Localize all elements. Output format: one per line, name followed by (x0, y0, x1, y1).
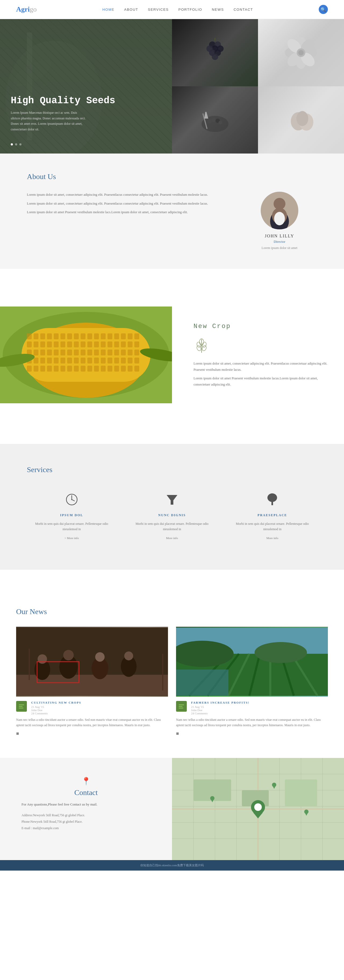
svg-rect-50 (67, 333, 72, 339)
crop-title: New Crop (193, 323, 328, 330)
svg-rect-93 (128, 350, 133, 355)
svg-rect-175 (179, 705, 184, 705)
corn-svg (0, 307, 172, 403)
crop-image (0, 307, 172, 403)
share-icon[interactable]: ■ (16, 731, 19, 736)
svg-rect-87 (87, 350, 92, 355)
hero-dot-1[interactable] (11, 143, 13, 145)
service-link-1[interactable]: > More info (65, 536, 79, 539)
share-icon-2[interactable]: ■ (176, 731, 179, 736)
svg-rect-45 (33, 333, 38, 339)
svg-rect-84 (67, 350, 72, 355)
svg-rect-77 (135, 342, 139, 347)
about-text: Lorem ipsum dolor sit amet, consectetuer… (27, 192, 226, 218)
svg-rect-68 (74, 342, 79, 347)
nav-home[interactable]: HOME (102, 8, 114, 11)
hero-cell-flower (258, 19, 344, 86)
svg-rect-61 (27, 342, 32, 347)
nav-about[interactable]: ABOUT (124, 8, 138, 11)
news-card-1: CULTIVATING NEW CROPS 21 Aug '15 John Do… (16, 627, 168, 737)
svg-rect-91 (114, 350, 119, 355)
svg-rect-98 (47, 358, 52, 363)
services-section: Services IPSUM DOL Morbi in sem quis dui… (0, 444, 344, 570)
hero-description: Lorem Ipsum Maecenas thistique orci ac s… (11, 110, 86, 132)
svg-rect-96 (33, 358, 38, 363)
svg-rect-123 (101, 366, 106, 372)
profile-description: Lorem ipsum dolor sit amet (262, 246, 297, 250)
svg-point-142 (267, 493, 277, 502)
svg-rect-99 (54, 358, 59, 363)
eggs-icon (285, 104, 317, 136)
contact-phone: Phone:Newyork 5till Road,756 gt globel P… (22, 818, 151, 825)
logo-accent: go (30, 5, 37, 13)
news-date-1: 21 Aug '15 (31, 705, 81, 708)
svg-rect-195 (285, 780, 317, 806)
flower-icon (285, 37, 317, 69)
svg-rect-89 (101, 350, 106, 355)
svg-point-38 (274, 212, 285, 225)
food-icon (196, 104, 234, 136)
service-link-3[interactable]: More info (266, 536, 278, 539)
news-body-1: Nam nec tellus a odio tincidunt auctor a… (16, 717, 168, 728)
nav-portfolio[interactable]: PORTFOLIO (178, 8, 202, 11)
nav-contact[interactable]: CONTACT (233, 8, 253, 11)
svg-rect-97 (40, 358, 45, 363)
news-icon-wrap-1: ■ (16, 731, 168, 737)
nav-news[interactable]: NEWS (212, 8, 224, 11)
service-link-2[interactable]: More info (166, 536, 178, 539)
news-image-2 (176, 627, 328, 697)
hero-grid (172, 19, 344, 154)
news-card-2: FARMERS INCREASE PROFITS! 21 Aug '15 Joh… (176, 627, 328, 737)
about-para-3: Lorem ipsum dolor sit amet Praesent vest… (27, 209, 226, 215)
news-icon-wrap-2: ■ (176, 731, 328, 737)
svg-marker-204 (253, 813, 263, 818)
svg-rect-120 (81, 366, 86, 372)
svg-rect-73 (108, 342, 113, 347)
about-content: Lorem ipsum dolor sit amet, consectetuer… (27, 192, 317, 250)
svg-rect-58 (121, 333, 126, 339)
news-bg-field (176, 627, 328, 697)
news-author-2: John Doe (191, 708, 249, 712)
footer-text: 你知道自己找bb.skienlio.com免费下载美女图片吗 (140, 864, 203, 867)
contact-details: Address:Newyork 5till Road,756 gt globel… (22, 812, 151, 831)
svg-rect-67 (67, 342, 72, 347)
svg-rect-114 (40, 366, 45, 372)
news-thumb-1 (16, 701, 27, 712)
svg-rect-47 (47, 333, 52, 339)
svg-point-28 (219, 121, 222, 124)
svg-point-12 (212, 54, 218, 60)
news-meta-2: FARMERS INCREASE PROFITS! 21 Aug '15 Joh… (176, 697, 328, 717)
news-thumb-2 (176, 701, 187, 712)
about-section: About Us Lorem ipsum dolor sit amet, con… (0, 154, 344, 269)
map-pin-center (250, 800, 266, 818)
news-category-1: CULTIVATING NEW CROPS (31, 701, 81, 704)
svg-point-151 (95, 652, 105, 662)
svg-rect-69 (81, 342, 86, 347)
search-button[interactable]: 🔍 (319, 5, 328, 14)
hero-title: High Quality Seeds (11, 95, 115, 106)
contact-footer: 📍 Contact For Any quastions,Please feel … (0, 758, 344, 860)
service-card-1: IPSUM DOL Morbi in sem quis dui placerat… (27, 485, 116, 548)
news-category-2: FARMERS INCREASE PROFITS! (191, 701, 249, 704)
svg-rect-105 (94, 358, 99, 363)
service-title-1: IPSUM DOL (32, 513, 111, 517)
svg-rect-127 (128, 366, 133, 372)
hero-dot-3[interactable] (19, 143, 22, 145)
service-card-2: NUNC DIGNIS Morbi in sem quis dui placer… (127, 485, 217, 548)
crop-para-2: Lorem ipsum dolor sit amet Praesent vest… (193, 375, 328, 387)
svg-rect-90 (108, 350, 113, 355)
svg-rect-52 (81, 333, 86, 339)
svg-rect-70 (87, 342, 92, 347)
hero-bg-image (0, 19, 172, 154)
footer-bar: 你知道自己找bb.skienlio.com免费下载美女图片吗 (0, 860, 344, 870)
svg-rect-116 (54, 366, 59, 372)
svg-rect-56 (108, 333, 113, 339)
svg-rect-75 (121, 342, 126, 347)
corn-image (0, 307, 172, 403)
news-details-1: CULTIVATING NEW CROPS 21 Aug '15 John Do… (31, 701, 81, 715)
crop-text: Lorem ipsum dolor sit amet, consectetuer… (193, 361, 328, 387)
svg-rect-160 (19, 708, 24, 708)
hero-dot-2[interactable] (15, 143, 17, 145)
nav-services[interactable]: SERVICES (148, 8, 169, 11)
svg-rect-80 (40, 350, 45, 355)
